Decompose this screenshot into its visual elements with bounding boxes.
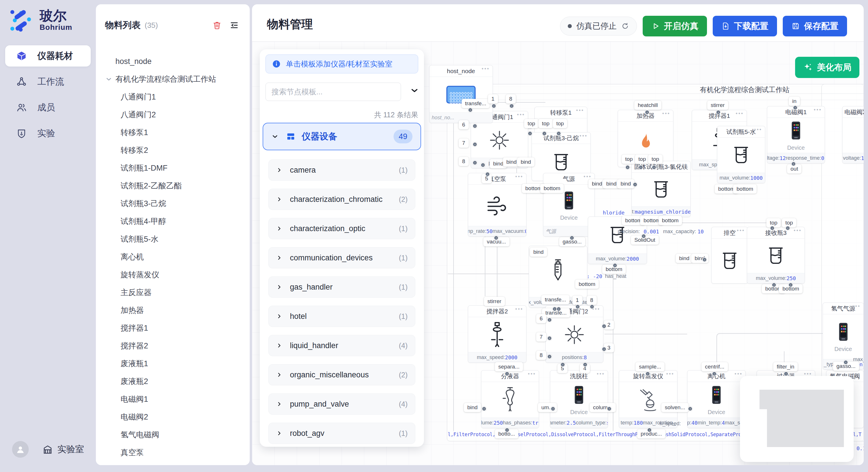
tree-item[interactable]: 转移泵2 [96,141,248,159]
start-simulation-button[interactable]: 开启仿真 [643,16,707,36]
tree-item[interactable]: 试剂瓶5-水 [96,230,248,248]
port-handle[interactable]: › [645,110,650,115]
port-handle[interactable]: › [505,428,509,432]
node-真空泵[interactable]: 真空泵•••pump_rate: 50 max_vacuum: 0.1 [468,173,526,237]
tree-item[interactable]: 氢气电磁阀 [96,426,248,444]
node-host_node[interactable]: host_node•••host_no... [429,65,493,123]
port-handle[interactable]: › [560,362,565,367]
tree-item[interactable]: 加热器 [96,301,248,319]
node-旋转蒸发仪[interactable]: 旋转蒸发仪•••temp: 180 max_rotation_ [619,370,677,428]
port-handle[interactable]: › [509,103,514,108]
port-handle[interactable]: › [601,324,607,329]
node-menu-icon[interactable]: ••• [482,66,490,72]
node-排空[interactable]: 排空••• [711,227,748,283]
port-handle[interactable]: › [843,360,848,365]
port-handle[interactable]: › [793,105,798,110]
node-menu-icon[interactable]: ••• [576,107,584,113]
port-handle[interactable]: › [480,163,485,167]
node-menu-icon[interactable]: ••• [737,228,745,234]
tree-item[interactable]: 八通阀门2 [96,106,248,124]
port-handle[interactable]: › [569,235,575,240]
sidebar-item-members[interactable]: 成员 [5,97,91,118]
node-menu-icon[interactable]: ••• [679,162,687,168]
tree-item[interactable]: 试剂瓶2-乙酸乙酯 [96,177,248,195]
port-handle[interactable]: › [528,131,532,136]
node-分液器[interactable]: 分液器•••volume: 250 has_phases: true [481,370,539,428]
node-menu-icon[interactable]: ••• [515,174,523,180]
port-handle[interactable]: › [607,406,612,411]
category-liquid_handler[interactable]: liquid_handler(4) [268,335,415,356]
port-handle[interactable]: › [702,257,707,262]
chevron-down-icon[interactable] [410,86,420,95]
sidebar-item-experiments[interactable]: 实验 [5,123,91,144]
node-洗脱柱[interactable]: 洗脱柱•••Devicediameter: 2.5 column_type: s… [550,370,608,428]
port-handle[interactable]: › [494,235,499,240]
tree-item[interactable]: 试剂瓶3-己烷 [96,195,248,212]
node-menu-icon[interactable]: ••• [814,107,822,113]
port-handle[interactable]: › [613,263,617,268]
port-handle[interactable]: › [551,406,555,411]
category-camera[interactable]: camera(1) [268,160,415,181]
tree-item[interactable]: 主反应器 [96,283,248,301]
port-handle[interactable]: › [542,131,547,136]
node-menu-icon[interactable]: ••• [580,133,588,139]
port-handle[interactable]: › [505,371,509,376]
category-pump_and_valve[interactable]: pump_and_valve(4) [268,394,415,415]
port-handle[interactable]: › [583,362,588,367]
port-handle[interactable]: › [688,406,693,411]
node-接收瓶3[interactable]: 接收瓶3•••max_volume: 250 [747,227,805,283]
node-menu-icon[interactable]: ••• [852,371,861,377]
category-robot_agv[interactable]: robot_agv(1) [268,423,415,444]
port-handle[interactable]: › [485,172,490,177]
port-handle[interactable]: › [482,406,487,411]
node-menu-icon[interactable]: ••• [852,303,861,309]
node-menu-icon[interactable]: ••• [794,228,802,234]
beautify-layout-button[interactable]: 美化布局 [795,57,859,78]
tree-item-root[interactable]: host_node [96,53,248,70]
node-menu-icon[interactable]: ••• [584,174,592,180]
port-handle[interactable]: › [639,165,643,170]
tree-item[interactable]: 离心机 [96,248,248,266]
category-communication_devices[interactable]: communication_devices(1) [268,247,415,268]
tree-item[interactable]: 废液瓶2 [96,372,248,390]
port-handle[interactable]: › [785,226,790,231]
tree-item[interactable]: 搅拌器1 [96,319,248,337]
node-menu-icon[interactable]: ••• [736,111,744,117]
node-menu-icon[interactable]: ••• [666,371,674,377]
port-handle[interactable]: › [632,182,638,187]
node-气源[interactable]: 气源•••Device气源 [543,173,595,237]
node-试剂瓶5-水[interactable]: 试剂瓶5-水•••max_volume: 1000 [717,126,765,183]
tree-item[interactable]: 转移泵1 [96,124,248,141]
tree-item[interactable]: 试剂瓶1-DMF [96,159,248,177]
node-menu-icon[interactable]: ••• [517,112,525,118]
sidebar-item-instruments[interactable]: 仪器耗材 [5,45,91,67]
port-handle[interactable]: › [547,354,552,359]
save-config-button[interactable]: 保存配置 [783,16,847,36]
node-menu-icon[interactable]: ••• [754,127,762,133]
port-handle[interactable]: › [590,304,594,309]
port-handle[interactable]: › [652,165,656,170]
port-handle[interactable]: › [472,160,477,165]
category-hotel[interactable]: hotel(1) [268,306,415,327]
port-handle[interactable]: › [791,162,796,166]
simulation-status-pill[interactable]: 仿真已停止 [560,16,637,36]
port-handle[interactable]: › [472,124,477,129]
port-handle[interactable]: › [772,282,776,287]
node-menu-icon[interactable]: ••• [528,371,536,377]
tree-item[interactable]: 电磁阀1 [96,390,248,408]
port-handle[interactable]: › [712,371,717,376]
tree-item[interactable]: 搅拌器2 [96,337,248,355]
sidebar-item-lab[interactable]: 实验室 [42,443,84,456]
tree-item[interactable]: 电磁阀2 [96,408,248,426]
sidebar-item-workflow[interactable]: 工作流 [5,71,91,92]
node-电磁阀1[interactable]: 电磁阀1•••Devicevoltage: 12 response_time: … [767,106,825,164]
node-离心机[interactable]: 离心机•••Devicep: 40 min_temp: 4 max_spe [687,370,746,428]
port-handle[interactable]: › [645,371,650,376]
node-menu-icon[interactable]: ••• [735,371,743,377]
port-handle[interactable]: › [770,226,775,231]
port-handle[interactable]: › [716,110,721,115]
search-input[interactable] [266,82,401,101]
tree-item[interactable]: 旋转蒸发仪 [96,266,248,283]
node-menu-icon[interactable]: ••• [597,371,605,377]
category-characterization_optic[interactable]: characterization_optic(1) [268,218,415,239]
